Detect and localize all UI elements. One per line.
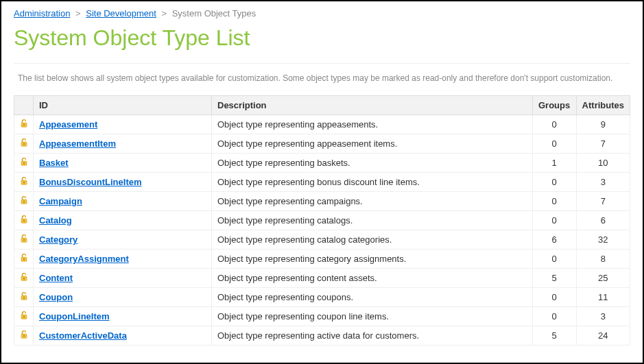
object-type-link[interactable]: BonusDiscountLineItem	[39, 177, 142, 187]
table-row: CampaignObject type representing campaig…	[14, 192, 630, 211]
groups-cell: 0	[532, 173, 576, 192]
svg-rect-11	[23, 182, 24, 184]
col-groups-header: Groups	[532, 96, 576, 115]
desc-cell: Object type representing appeasements.	[212, 115, 533, 134]
lock-cell	[14, 192, 34, 211]
id-cell: Catalog	[34, 211, 212, 230]
groups-cell: 1	[532, 154, 576, 173]
attrs-cell: 8	[576, 250, 630, 269]
id-cell: BonusDiscountLineItem	[34, 173, 212, 192]
groups-cell: 6	[532, 230, 576, 250]
attrs-cell: 6	[576, 211, 630, 230]
desc-cell: Object type representing campaigns.	[212, 192, 533, 211]
svg-rect-8	[23, 163, 24, 165]
id-cell: Coupon	[34, 288, 212, 307]
desc-cell: Object type representing category assign…	[212, 250, 533, 269]
desc-cell: Object type representing catalogs.	[212, 211, 533, 230]
desc-cell: Object type representing coupon line ite…	[212, 307, 533, 326]
groups-cell: 0	[532, 211, 576, 230]
desc-cell: Object type representing appeasement ite…	[212, 134, 533, 154]
page-title: System Object Type List	[14, 25, 630, 51]
desc-cell: Object type representing coupons.	[212, 288, 533, 307]
object-types-table: ID Description Groups Attributes Appease…	[14, 95, 630, 345]
lock-cell	[14, 230, 34, 250]
groups-cell: 0	[532, 134, 576, 154]
lock-cell	[14, 211, 34, 230]
breadcrumb-sep: >	[75, 8, 81, 19]
svg-rect-29	[23, 298, 24, 299]
object-type-link[interactable]: Catalog	[39, 215, 72, 226]
object-type-link[interactable]: CustomerActiveData	[39, 330, 127, 341]
object-type-link[interactable]: Basket	[39, 158, 69, 168]
breadcrumb-sep: >	[161, 8, 167, 19]
svg-rect-35	[23, 336, 24, 337]
lock-open-icon	[19, 330, 29, 339]
svg-rect-2	[23, 125, 24, 126]
id-cell: CouponLineItem	[34, 307, 212, 326]
breadcrumb-admin-link[interactable]: Administration	[14, 8, 70, 19]
svg-rect-32	[23, 317, 24, 318]
id-cell: CategoryAssignment	[34, 250, 212, 269]
object-type-link[interactable]: Content	[39, 273, 73, 283]
groups-cell: 0	[532, 250, 576, 269]
svg-rect-17	[23, 221, 24, 222]
lock-open-icon	[19, 234, 29, 243]
lock-cell	[14, 326, 34, 345]
groups-cell: 0	[532, 307, 576, 326]
table-row: CouponLineItemObject type representing c…	[14, 307, 630, 326]
attrs-cell: 7	[576, 134, 630, 154]
lock-cell	[14, 269, 34, 288]
object-type-link[interactable]: CouponLineItem	[39, 311, 110, 321]
object-type-link[interactable]: Appeasement	[39, 119, 97, 130]
table-row: AppeasementItemObject type representing …	[14, 134, 630, 154]
intro-text: The list below shows all system object t…	[14, 73, 630, 83]
svg-rect-20	[23, 240, 24, 241]
groups-cell: 0	[532, 288, 576, 307]
desc-cell: Object type representing bonus discount …	[212, 173, 533, 192]
lock-open-icon	[19, 215, 29, 224]
table-row: BasketObject type representing baskets.1…	[14, 154, 630, 173]
id-cell: CustomerActiveData	[34, 326, 212, 345]
table-row: CategoryObject type representing catalog…	[14, 230, 630, 250]
lock-open-icon	[19, 157, 29, 167]
col-icon-header	[14, 96, 34, 115]
table-row: BonusDiscountLineItemObject type represe…	[14, 173, 630, 192]
id-cell: AppeasementItem	[34, 134, 212, 154]
lock-open-icon	[19, 291, 29, 301]
divider	[14, 63, 630, 64]
lock-open-icon	[19, 195, 29, 205]
groups-cell: 5	[532, 326, 576, 345]
table-row: CustomerActiveDataObject type representi…	[14, 326, 630, 345]
table-row: CouponObject type representing coupons.0…	[14, 288, 630, 307]
lock-cell	[14, 154, 34, 173]
object-type-link[interactable]: CategoryAssignment	[39, 254, 129, 264]
breadcrumb: Administration > Site Development > Syst…	[14, 8, 630, 19]
groups-cell: 0	[532, 192, 576, 211]
attrs-cell: 25	[576, 269, 630, 288]
lock-cell	[14, 307, 34, 326]
svg-rect-5	[23, 144, 24, 145]
attrs-cell: 32	[576, 230, 630, 250]
object-type-link[interactable]: Coupon	[39, 292, 73, 302]
table-row: CatalogObject type representing catalogs…	[14, 211, 630, 230]
lock-cell	[14, 115, 34, 134]
attrs-cell: 10	[576, 154, 630, 173]
desc-cell: Object type representing baskets.	[212, 154, 533, 173]
object-type-link[interactable]: AppeasementItem	[39, 138, 116, 149]
lock-open-icon	[19, 119, 29, 128]
attrs-cell: 3	[576, 307, 630, 326]
breadcrumb-sitedev-link[interactable]: Site Development	[86, 8, 156, 19]
lock-cell	[14, 134, 34, 154]
attrs-cell: 7	[576, 192, 630, 211]
table-row: AppeasementObject type representing appe…	[14, 115, 630, 134]
desc-cell: Object type representing content assets.	[212, 269, 533, 288]
object-type-link[interactable]: Category	[39, 234, 77, 245]
id-cell: Campaign	[34, 192, 212, 211]
object-type-link[interactable]: Campaign	[39, 196, 82, 206]
id-cell: Basket	[34, 154, 212, 173]
breadcrumb-current: System Object Types	[172, 8, 257, 19]
col-id-header: ID	[34, 96, 212, 115]
svg-rect-14	[23, 202, 24, 203]
col-attrs-header: Attributes	[576, 96, 630, 115]
desc-cell: Object type representing catalog categor…	[212, 230, 533, 250]
